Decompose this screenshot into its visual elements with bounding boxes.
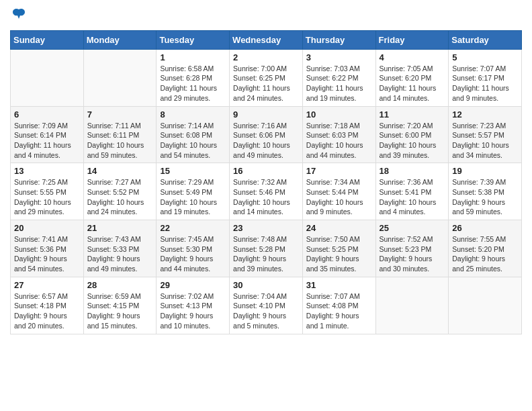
empty-cell [83, 49, 157, 106]
calendar-day-cell: 21Sunrise: 7:43 AM Sunset: 5:33 PM Dayli… [83, 220, 157, 277]
calendar-day-cell: 20Sunrise: 7:41 AM Sunset: 5:36 PM Dayli… [11, 220, 84, 277]
calendar-day-cell: 2Sunrise: 7:00 AM Sunset: 6:25 PM Daylig… [230, 49, 303, 106]
day-info: Sunrise: 7:14 AM Sunset: 6:08 PM Dayligh… [160, 121, 226, 161]
col-header-friday: Friday [375, 30, 449, 49]
day-number: 18 [380, 166, 445, 176]
calendar-day-cell: 15Sunrise: 7:29 AM Sunset: 5:49 PM Dayli… [157, 163, 230, 220]
col-header-monday: Monday [83, 30, 157, 49]
calendar-header-row: SundayMondayTuesdayWednesdayThursdayFrid… [11, 30, 522, 49]
calendar-day-cell: 14Sunrise: 7:27 AM Sunset: 5:52 PM Dayli… [83, 163, 157, 220]
day-number: 11 [380, 109, 445, 120]
calendar-day-cell: 4Sunrise: 7:05 AM Sunset: 6:20 PM Daylig… [375, 49, 449, 106]
calendar-day-cell: 17Sunrise: 7:34 AM Sunset: 5:44 PM Dayli… [302, 163, 375, 220]
col-header-saturday: Saturday [449, 30, 522, 49]
day-number: 9 [233, 109, 299, 120]
day-info: Sunrise: 7:23 AM Sunset: 5:57 PM Dayligh… [452, 121, 518, 161]
day-number: 13 [14, 166, 80, 176]
day-info: Sunrise: 7:07 AM Sunset: 4:08 PM Dayligh… [306, 291, 372, 331]
day-number: 20 [14, 223, 80, 233]
day-info: Sunrise: 6:58 AM Sunset: 6:28 PM Dayligh… [160, 64, 226, 103]
calendar-week-row: 27Sunrise: 6:57 AM Sunset: 4:18 PM Dayli… [11, 277, 522, 334]
calendar-day-cell: 22Sunrise: 7:45 AM Sunset: 5:30 PM Dayli… [157, 220, 230, 277]
day-info: Sunrise: 7:34 AM Sunset: 5:44 PM Dayligh… [306, 177, 372, 217]
day-info: Sunrise: 7:39 AM Sunset: 5:38 PM Dayligh… [452, 177, 518, 217]
day-info: Sunrise: 7:04 AM Sunset: 4:10 PM Dayligh… [233, 291, 299, 331]
day-number: 22 [160, 223, 226, 233]
day-number: 19 [452, 166, 518, 176]
empty-cell [449, 277, 522, 334]
day-number: 26 [452, 223, 518, 233]
calendar-day-cell: 1Sunrise: 6:58 AM Sunset: 6:28 PM Daylig… [157, 49, 230, 106]
calendar-day-cell: 16Sunrise: 7:32 AM Sunset: 5:46 PM Dayli… [230, 163, 303, 220]
empty-cell [11, 49, 84, 106]
day-info: Sunrise: 7:09 AM Sunset: 6:14 PM Dayligh… [14, 121, 80, 161]
day-number: 31 [306, 280, 372, 290]
day-number: 28 [87, 280, 153, 290]
calendar-day-cell: 12Sunrise: 7:23 AM Sunset: 5:57 PM Dayli… [449, 106, 522, 163]
day-info: Sunrise: 6:57 AM Sunset: 4:18 PM Dayligh… [14, 291, 80, 331]
day-number: 1 [160, 52, 226, 62]
day-info: Sunrise: 7:32 AM Sunset: 5:46 PM Dayligh… [233, 177, 299, 217]
day-info: Sunrise: 7:02 AM Sunset: 4:13 PM Dayligh… [160, 291, 226, 331]
day-number: 3 [306, 52, 372, 62]
day-info: Sunrise: 7:27 AM Sunset: 5:52 PM Dayligh… [87, 177, 153, 217]
day-number: 10 [306, 109, 372, 120]
logo [10, 9, 26, 25]
calendar-week-row: 1Sunrise: 6:58 AM Sunset: 6:28 PM Daylig… [11, 49, 522, 106]
day-number: 2 [233, 52, 299, 62]
day-info: Sunrise: 7:20 AM Sunset: 6:00 PM Dayligh… [380, 121, 445, 161]
day-number: 17 [306, 166, 372, 176]
calendar-week-row: 6Sunrise: 7:09 AM Sunset: 6:14 PM Daylig… [11, 106, 522, 163]
day-number: 12 [452, 109, 518, 120]
day-number: 23 [233, 223, 299, 233]
day-number: 15 [160, 166, 226, 176]
day-info: Sunrise: 7:05 AM Sunset: 6:20 PM Dayligh… [380, 64, 445, 103]
day-number: 24 [306, 223, 372, 233]
calendar-day-cell: 10Sunrise: 7:18 AM Sunset: 6:03 PM Dayli… [302, 106, 375, 163]
calendar-table: SundayMondayTuesdayWednesdayThursdayFrid… [10, 30, 522, 334]
calendar-day-cell: 9Sunrise: 7:16 AM Sunset: 6:06 PM Daylig… [230, 106, 303, 163]
calendar-day-cell: 23Sunrise: 7:48 AM Sunset: 5:28 PM Dayli… [230, 220, 303, 277]
day-info: Sunrise: 7:43 AM Sunset: 5:33 PM Dayligh… [87, 234, 153, 274]
day-info: Sunrise: 7:36 AM Sunset: 5:41 PM Dayligh… [380, 177, 445, 217]
logo-bird-icon [11, 7, 26, 21]
col-header-wednesday: Wednesday [230, 30, 303, 49]
day-info: Sunrise: 7:00 AM Sunset: 6:25 PM Dayligh… [233, 64, 299, 103]
day-number: 21 [87, 223, 153, 233]
day-info: Sunrise: 7:03 AM Sunset: 6:22 PM Dayligh… [306, 64, 372, 103]
day-info: Sunrise: 7:50 AM Sunset: 5:25 PM Dayligh… [306, 234, 372, 274]
col-header-thursday: Thursday [302, 30, 375, 49]
day-info: Sunrise: 7:41 AM Sunset: 5:36 PM Dayligh… [14, 234, 80, 274]
day-number: 30 [233, 280, 299, 290]
day-info: Sunrise: 7:48 AM Sunset: 5:28 PM Dayligh… [233, 234, 299, 274]
calendar-day-cell: 19Sunrise: 7:39 AM Sunset: 5:38 PM Dayli… [449, 163, 522, 220]
day-number: 5 [452, 52, 518, 62]
header [10, 7, 522, 25]
calendar-day-cell: 30Sunrise: 7:04 AM Sunset: 4:10 PM Dayli… [230, 277, 303, 334]
day-number: 4 [380, 52, 445, 62]
day-number: 29 [160, 280, 226, 290]
col-header-sunday: Sunday [11, 30, 84, 49]
calendar-day-cell: 24Sunrise: 7:50 AM Sunset: 5:25 PM Dayli… [302, 220, 375, 277]
calendar-week-row: 20Sunrise: 7:41 AM Sunset: 5:36 PM Dayli… [11, 220, 522, 277]
day-info: Sunrise: 6:59 AM Sunset: 4:15 PM Dayligh… [87, 291, 153, 331]
calendar-day-cell: 31Sunrise: 7:07 AM Sunset: 4:08 PM Dayli… [302, 277, 375, 334]
day-number: 25 [380, 223, 445, 233]
day-number: 14 [87, 166, 153, 176]
day-number: 8 [160, 109, 226, 120]
calendar-day-cell: 7Sunrise: 7:11 AM Sunset: 6:11 PM Daylig… [83, 106, 157, 163]
calendar-day-cell: 28Sunrise: 6:59 AM Sunset: 4:15 PM Dayli… [83, 277, 157, 334]
calendar-day-cell: 6Sunrise: 7:09 AM Sunset: 6:14 PM Daylig… [11, 106, 84, 163]
day-info: Sunrise: 7:55 AM Sunset: 5:20 PM Dayligh… [452, 234, 518, 274]
calendar-day-cell: 26Sunrise: 7:55 AM Sunset: 5:20 PM Dayli… [449, 220, 522, 277]
day-info: Sunrise: 7:18 AM Sunset: 6:03 PM Dayligh… [306, 121, 372, 161]
day-info: Sunrise: 7:07 AM Sunset: 6:17 PM Dayligh… [452, 64, 518, 103]
calendar-day-cell: 18Sunrise: 7:36 AM Sunset: 5:41 PM Dayli… [375, 163, 449, 220]
day-info: Sunrise: 7:25 AM Sunset: 5:55 PM Dayligh… [14, 177, 80, 217]
calendar-week-row: 13Sunrise: 7:25 AM Sunset: 5:55 PM Dayli… [11, 163, 522, 220]
day-info: Sunrise: 7:45 AM Sunset: 5:30 PM Dayligh… [160, 234, 226, 274]
calendar-day-cell: 29Sunrise: 7:02 AM Sunset: 4:13 PM Dayli… [157, 277, 230, 334]
day-info: Sunrise: 7:52 AM Sunset: 5:23 PM Dayligh… [380, 234, 445, 274]
calendar-day-cell: 25Sunrise: 7:52 AM Sunset: 5:23 PM Dayli… [375, 220, 449, 277]
calendar-day-cell: 27Sunrise: 6:57 AM Sunset: 4:18 PM Dayli… [11, 277, 84, 334]
